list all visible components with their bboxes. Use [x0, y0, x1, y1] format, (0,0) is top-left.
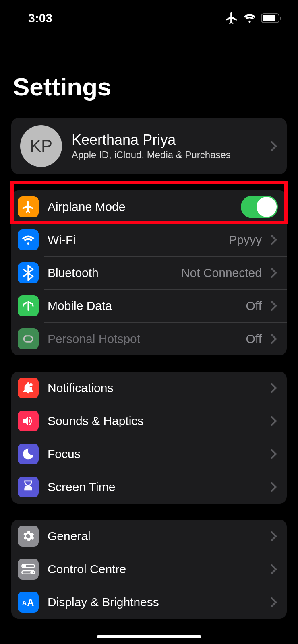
- airplane-toggle[interactable]: [241, 196, 278, 218]
- hotspot-value: Off: [246, 332, 262, 346]
- chevron-right-icon: [267, 531, 277, 541]
- chevron-right-icon: [267, 597, 277, 607]
- chevron-right-icon: [267, 564, 277, 574]
- bluetooth-icon: [18, 262, 39, 283]
- hotspot-row[interactable]: Personal HotspotOff: [11, 322, 287, 355]
- focus-label: Focus: [48, 447, 268, 461]
- battery-icon: [261, 13, 282, 23]
- screentime-label: Screen Time: [48, 480, 268, 494]
- focus-icon: [18, 444, 39, 464]
- airplane-icon: [18, 196, 39, 217]
- avatar: KP: [20, 125, 62, 167]
- status-time: 3:03: [28, 11, 52, 25]
- status-icons: [225, 11, 282, 25]
- chevron-right-icon: [267, 416, 277, 426]
- svg-point-3: [29, 383, 33, 386]
- hotspot-label: Personal Hotspot: [48, 332, 246, 346]
- controlcentre-label: Control Centre: [48, 562, 268, 576]
- profile-subtitle: Apple ID, iCloud, Media & Purchases: [72, 149, 259, 161]
- connectivity-group: Airplane ModeWi-FiPpyyyBluetoothNot Conn…: [11, 190, 287, 355]
- notifications-row[interactable]: Notifications: [11, 372, 287, 405]
- chevron-right-icon: [267, 141, 277, 151]
- notifications-icon: [18, 378, 39, 398]
- mobiledata-row[interactable]: Mobile DataOff: [11, 289, 287, 322]
- wifi-label: Wi-Fi: [48, 233, 229, 247]
- chevron-right-icon: [267, 268, 277, 278]
- general-icon: [18, 526, 39, 547]
- chevron-right-icon: [267, 449, 277, 459]
- profile-row[interactable]: KP Keerthana Priya Apple ID, iCloud, Med…: [11, 118, 287, 174]
- profile-name: Keerthana Priya: [72, 132, 259, 149]
- svg-point-5: [23, 564, 26, 568]
- wifi-value: Ppyyy: [229, 233, 262, 247]
- screentime-row[interactable]: Screen Time: [11, 471, 287, 504]
- bluetooth-value: Not Connected: [181, 266, 262, 280]
- home-indicator[interactable]: [97, 635, 201, 638]
- sounds-icon: [18, 411, 39, 431]
- mobiledata-icon: [18, 295, 39, 316]
- wifi-icon: [18, 229, 39, 250]
- focus-row[interactable]: Focus: [11, 438, 287, 471]
- airplane-icon: [225, 11, 238, 25]
- airplane-row[interactable]: Airplane Mode: [11, 190, 287, 223]
- notifications-label: Notifications: [48, 381, 268, 395]
- svg-text:A: A: [27, 597, 34, 608]
- general-group: GeneralControl CentreAADisplay & Brightn…: [11, 520, 287, 619]
- general-row[interactable]: General: [11, 520, 287, 553]
- page-title: Settings: [0, 36, 298, 108]
- status-bar: 3:03: [0, 0, 298, 36]
- chevron-right-icon: [267, 235, 277, 245]
- wifi-icon: [243, 13, 256, 23]
- chevron-right-icon: [267, 482, 277, 492]
- chevron-right-icon: [267, 383, 277, 393]
- chevron-right-icon: [267, 301, 277, 311]
- display-icon: AA: [18, 592, 39, 613]
- controlcentre-icon: [18, 559, 39, 580]
- chevron-right-icon: [267, 334, 277, 344]
- svg-text:A: A: [22, 599, 27, 607]
- profile-group: KP Keerthana Priya Apple ID, iCloud, Med…: [11, 118, 287, 174]
- mobiledata-label: Mobile Data: [48, 299, 246, 313]
- display-label: Display & Brightness: [48, 595, 268, 609]
- screentime-icon: [18, 477, 39, 497]
- wifi-row[interactable]: Wi-FiPpyyy: [11, 223, 287, 256]
- airplane-label: Airplane Mode: [48, 200, 241, 214]
- notifications-group: NotificationsSounds & HapticsFocusScreen…: [11, 372, 287, 504]
- sounds-label: Sounds & Haptics: [48, 414, 268, 428]
- general-label: General: [48, 529, 268, 543]
- sounds-row[interactable]: Sounds & Haptics: [11, 405, 287, 438]
- controlcentre-row[interactable]: Control Centre: [11, 553, 287, 586]
- svg-rect-1: [263, 15, 275, 21]
- bluetooth-label: Bluetooth: [48, 266, 181, 280]
- svg-rect-2: [280, 17, 281, 20]
- hotspot-icon: [18, 328, 39, 349]
- bluetooth-row[interactable]: BluetoothNot Connected: [11, 256, 287, 289]
- display-row[interactable]: AADisplay & Brightness: [11, 586, 287, 619]
- mobiledata-value: Off: [246, 299, 262, 313]
- svg-point-7: [30, 571, 33, 574]
